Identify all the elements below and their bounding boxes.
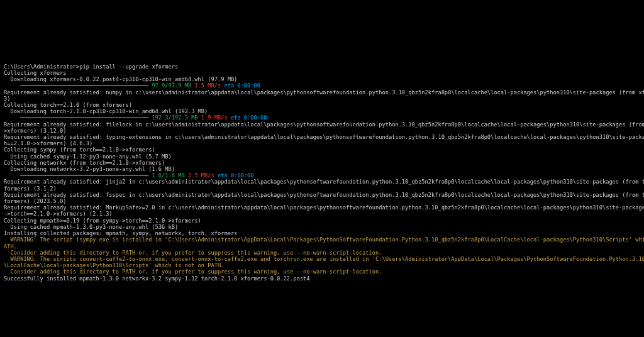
progress-line: ━━━━━━━━━━━━━━━━━━━━━━━━━━━━━━━━━━━━━━━ … — [4, 172, 640, 179]
output-line: h==2.1.0->xformers) (4.6.3) — [4, 140, 640, 146]
output-line: Using cached sympy-1.12-py3-none-any.whl… — [4, 153, 640, 160]
output-line: Installing collected packages: mpmath, s… — [4, 230, 640, 236]
output-line: Collecting sympy (from torch==2.1.0->xfo… — [4, 146, 640, 153]
output-line: formers) (3.1.2) — [4, 185, 640, 192]
output-line: Requirement already satisfied: typing-ex… — [4, 134, 640, 140]
prompt-line: C:\Users\Administrator>pip install --upg… — [4, 64, 640, 70]
output-line: ->torch==2.1.0->xformers) (2.1.3) — [4, 211, 640, 217]
progress-speed: 1.9 MB/s — [198, 114, 228, 121]
progress-line: ━━━━━━━━━━━━━━━━━━━━━━━━━━━━━━━━━━━━━━━ … — [4, 114, 640, 121]
warning-line: ATH. — [4, 243, 640, 250]
progress-bar-icon: ━━━━━━━━━━━━━━━━━━━━━━━━━━━━━━━━━━━━━━━ — [4, 172, 152, 179]
progress-line: ━━━━━━━━━━━━━━━━━━━━━━━━━━━━━━━━━━━━━━━ … — [4, 82, 640, 89]
output-line: 3) — [4, 96, 640, 102]
progress-eta: eta 0:00:00 — [214, 172, 254, 179]
terminal-output[interactable]: C:\Users\Administrator>pip install --upg… — [4, 64, 640, 282]
output-line: >xformers) (3.12.0) — [4, 128, 640, 134]
output-line: Collecting networkx (from torch==2.1.0->… — [4, 160, 640, 166]
output-line: Collecting xformers — [4, 70, 640, 76]
output-line: Requirement already satisfied: MarkupSaf… — [4, 204, 640, 211]
progress-speed: 1.5 MB/s — [191, 82, 221, 89]
progress-size: 192.3/192.3 MB — [152, 114, 197, 121]
warning-line: Consider adding this directory to PATH o… — [4, 268, 640, 275]
command-text: pip install --upgrade xformers — [79, 64, 178, 70]
progress-size: 1.6/1.6 MB — [152, 172, 184, 179]
output-line: Successfully installed mpmath-1.3.0 netw… — [4, 275, 640, 282]
progress-bar-icon: ━━━━━━━━━━━━━━━━━━━━━━━━━━━━━━━━━━━━━━━ — [4, 114, 152, 121]
warning-line: Consider adding this directory to PATH o… — [4, 250, 640, 256]
progress-speed: 2.5 MB/s — [185, 172, 214, 179]
output-line: formers) (2023.5.0) — [4, 198, 640, 204]
output-line: Collecting torch==2.1.0 (from xformers) — [4, 102, 640, 108]
warning-line: WARNING: The script isympy.exe is instal… — [4, 236, 640, 243]
progress-eta: eta 0:00:00 — [221, 82, 260, 89]
output-line: Downloading xformers-0.0.22.post4-cp310-… — [4, 76, 640, 82]
output-line: Downloading torch-2.1.0-cp310-cp310-win_… — [4, 108, 640, 114]
progress-eta: eta 0:00:00 — [228, 114, 267, 121]
output-line: Requirement already satisfied: jinja2 in… — [4, 179, 640, 185]
output-line: Requirement already satisfied: filelock … — [4, 121, 640, 128]
warning-line: WARNING: The scripts convert-caffe2-to-o… — [4, 256, 640, 262]
output-line: Downloading networkx-3.2-py3-none-any.wh… — [4, 166, 640, 172]
progress-bar-icon: ━━━━━━━━━━━━━━━━━━━━━━━━━━━━━━━━━━━━━━━ — [4, 82, 152, 89]
progress-size: 97.9/97.9 MB — [152, 82, 191, 89]
output-line: Requirement already satisfied: numpy in … — [4, 89, 640, 96]
shell-prompt: C:\Users\Administrator> — [4, 64, 79, 70]
output-line: Requirement already satisfied: fsspec in… — [4, 192, 640, 198]
output-line: Collecting mpmath>=0.19 (from sympy->tor… — [4, 218, 640, 224]
output-line: Using cached mpmath-1.3.0-py3-none-any.w… — [4, 224, 640, 230]
warning-line: \LocalCache\local-packages\Python310\Scr… — [4, 262, 640, 268]
